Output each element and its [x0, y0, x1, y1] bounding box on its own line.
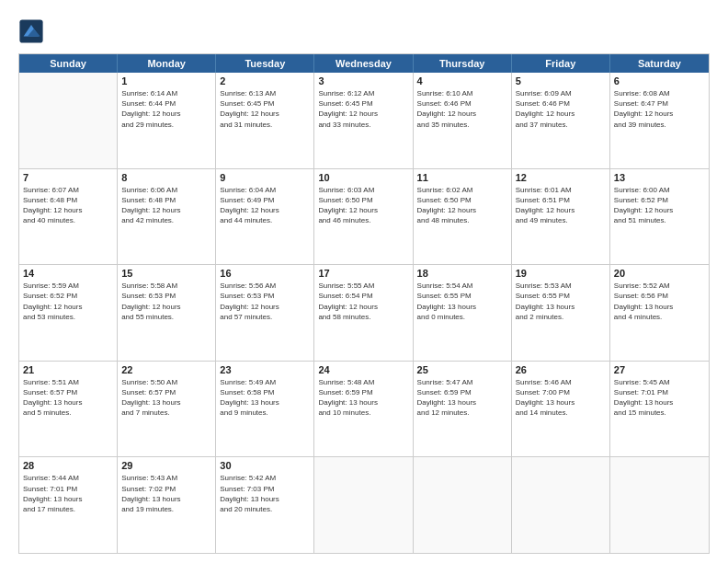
day-info: Sunrise: 5:43 AM Sunset: 7:02 PM Dayligh… [121, 473, 211, 514]
day-number: 9 [220, 172, 310, 183]
day-number: 20 [614, 268, 705, 279]
day-number: 13 [614, 172, 705, 183]
weekday-header: Monday [118, 54, 216, 73]
calendar-cell: 14Sunrise: 5:59 AM Sunset: 6:52 PM Dayli… [19, 265, 118, 361]
calendar-cell [610, 457, 709, 553]
calendar-cell: 3Sunrise: 6:12 AM Sunset: 6:45 PM Daylig… [314, 73, 413, 168]
day-info: Sunrise: 6:12 AM Sunset: 6:45 PM Dayligh… [318, 88, 408, 130]
day-number: 22 [121, 364, 211, 375]
day-info: Sunrise: 5:59 AM Sunset: 6:52 PM Dayligh… [23, 281, 113, 322]
day-number: 18 [417, 268, 507, 279]
day-number: 7 [23, 172, 113, 183]
day-number: 16 [220, 268, 310, 279]
calendar-week-row: 14Sunrise: 5:59 AM Sunset: 6:52 PM Dayli… [19, 264, 709, 361]
day-info: Sunrise: 6:02 AM Sunset: 6:50 PM Dayligh… [417, 185, 507, 226]
calendar-cell: 15Sunrise: 5:58 AM Sunset: 6:53 PM Dayli… [118, 265, 216, 361]
calendar-cell: 6Sunrise: 6:08 AM Sunset: 6:47 PM Daylig… [610, 73, 709, 168]
day-info: Sunrise: 5:55 AM Sunset: 6:54 PM Dayligh… [318, 281, 408, 322]
day-info: Sunrise: 6:04 AM Sunset: 6:49 PM Dayligh… [220, 185, 310, 226]
day-number: 30 [220, 460, 310, 471]
day-info: Sunrise: 5:46 AM Sunset: 7:00 PM Dayligh… [516, 377, 606, 419]
calendar-cell: 10Sunrise: 6:03 AM Sunset: 6:50 PM Dayli… [314, 169, 413, 265]
calendar-cell: 18Sunrise: 5:54 AM Sunset: 6:55 PM Dayli… [414, 265, 512, 361]
calendar-cell: 20Sunrise: 5:52 AM Sunset: 6:56 PM Dayli… [610, 265, 709, 361]
calendar-cell [19, 73, 118, 168]
calendar-cell: 2Sunrise: 6:13 AM Sunset: 6:45 PM Daylig… [216, 73, 314, 168]
calendar-cell: 11Sunrise: 6:02 AM Sunset: 6:50 PM Dayli… [414, 169, 512, 265]
day-number: 27 [614, 364, 705, 375]
day-info: Sunrise: 6:01 AM Sunset: 6:51 PM Dayligh… [516, 185, 606, 226]
calendar-body: 1Sunrise: 6:14 AM Sunset: 6:44 PM Daylig… [19, 73, 709, 553]
day-info: Sunrise: 6:03 AM Sunset: 6:50 PM Dayligh… [318, 185, 408, 226]
day-info: Sunrise: 6:08 AM Sunset: 6:47 PM Dayligh… [614, 88, 705, 130]
day-info: Sunrise: 6:10 AM Sunset: 6:46 PM Dayligh… [417, 88, 507, 130]
day-info: Sunrise: 6:06 AM Sunset: 6:48 PM Dayligh… [121, 185, 211, 226]
weekday-header: Sunday [19, 54, 118, 73]
day-info: Sunrise: 5:56 AM Sunset: 6:53 PM Dayligh… [220, 281, 310, 322]
day-info: Sunrise: 5:45 AM Sunset: 7:01 PM Dayligh… [614, 377, 705, 419]
calendar-cell [314, 457, 413, 553]
header [18, 18, 710, 44]
day-number: 12 [516, 172, 606, 183]
calendar-cell: 22Sunrise: 5:50 AM Sunset: 6:57 PM Dayli… [118, 362, 216, 457]
day-info: Sunrise: 6:07 AM Sunset: 6:48 PM Dayligh… [23, 185, 113, 226]
day-info: Sunrise: 5:54 AM Sunset: 6:55 PM Dayligh… [417, 281, 507, 322]
calendar-week-row: 28Sunrise: 5:44 AM Sunset: 7:01 PM Dayli… [19, 456, 709, 553]
calendar-cell: 24Sunrise: 5:48 AM Sunset: 6:59 PM Dayli… [314, 362, 413, 457]
day-number: 4 [417, 75, 507, 86]
day-info: Sunrise: 5:53 AM Sunset: 6:55 PM Dayligh… [516, 281, 606, 322]
calendar-cell: 21Sunrise: 5:51 AM Sunset: 6:57 PM Dayli… [19, 362, 118, 457]
day-number: 19 [516, 268, 606, 279]
logo-icon [18, 18, 44, 44]
day-number: 24 [318, 364, 408, 375]
calendar-cell: 9Sunrise: 6:04 AM Sunset: 6:49 PM Daylig… [216, 169, 314, 265]
day-info: Sunrise: 5:58 AM Sunset: 6:53 PM Dayligh… [121, 281, 211, 322]
calendar-cell: 12Sunrise: 6:01 AM Sunset: 6:51 PM Dayli… [512, 169, 610, 265]
calendar-cell: 25Sunrise: 5:47 AM Sunset: 6:59 PM Dayli… [414, 362, 512, 457]
day-number: 5 [516, 75, 606, 86]
day-number: 2 [220, 75, 310, 86]
page: SundayMondayTuesdayWednesdayThursdayFrid… [0, 0, 728, 563]
day-number: 17 [318, 268, 408, 279]
day-info: Sunrise: 5:52 AM Sunset: 6:56 PM Dayligh… [614, 281, 705, 322]
calendar-cell: 28Sunrise: 5:44 AM Sunset: 7:01 PM Dayli… [19, 457, 118, 553]
day-number: 29 [121, 460, 211, 471]
calendar-week-row: 1Sunrise: 6:14 AM Sunset: 6:44 PM Daylig… [19, 73, 709, 168]
calendar-header-row: SundayMondayTuesdayWednesdayThursdayFrid… [19, 54, 709, 73]
day-info: Sunrise: 5:48 AM Sunset: 6:59 PM Dayligh… [318, 377, 408, 419]
weekday-header: Wednesday [314, 54, 413, 73]
calendar-cell: 1Sunrise: 6:14 AM Sunset: 6:44 PM Daylig… [118, 73, 216, 168]
calendar-cell [512, 457, 610, 553]
calendar-cell: 5Sunrise: 6:09 AM Sunset: 6:46 PM Daylig… [512, 73, 610, 168]
day-number: 10 [318, 172, 408, 183]
day-info: Sunrise: 6:09 AM Sunset: 6:46 PM Dayligh… [516, 88, 606, 130]
day-number: 21 [23, 364, 113, 375]
logo [18, 18, 48, 44]
calendar-cell: 19Sunrise: 5:53 AM Sunset: 6:55 PM Dayli… [512, 265, 610, 361]
day-info: Sunrise: 5:50 AM Sunset: 6:57 PM Dayligh… [121, 377, 211, 419]
weekday-header: Tuesday [216, 54, 314, 73]
weekday-header: Friday [512, 54, 610, 73]
day-number: 8 [121, 172, 211, 183]
calendar-cell: 17Sunrise: 5:55 AM Sunset: 6:54 PM Dayli… [314, 265, 413, 361]
weekday-header: Thursday [414, 54, 512, 73]
day-number: 11 [417, 172, 507, 183]
calendar: SundayMondayTuesdayWednesdayThursdayFrid… [18, 53, 710, 554]
weekday-header: Saturday [610, 54, 709, 73]
calendar-cell: 7Sunrise: 6:07 AM Sunset: 6:48 PM Daylig… [19, 169, 118, 265]
calendar-cell: 26Sunrise: 5:46 AM Sunset: 7:00 PM Dayli… [512, 362, 610, 457]
calendar-week-row: 21Sunrise: 5:51 AM Sunset: 6:57 PM Dayli… [19, 361, 709, 457]
day-number: 25 [417, 364, 507, 375]
calendar-cell: 16Sunrise: 5:56 AM Sunset: 6:53 PM Dayli… [216, 265, 314, 361]
calendar-cell [414, 457, 512, 553]
day-number: 15 [121, 268, 211, 279]
day-number: 23 [220, 364, 310, 375]
calendar-cell: 29Sunrise: 5:43 AM Sunset: 7:02 PM Dayli… [118, 457, 216, 553]
day-info: Sunrise: 6:13 AM Sunset: 6:45 PM Dayligh… [220, 88, 310, 130]
day-info: Sunrise: 6:00 AM Sunset: 6:52 PM Dayligh… [614, 185, 705, 226]
calendar-cell: 30Sunrise: 5:42 AM Sunset: 7:03 PM Dayli… [216, 457, 314, 553]
day-info: Sunrise: 5:49 AM Sunset: 6:58 PM Dayligh… [220, 377, 310, 419]
day-info: Sunrise: 5:44 AM Sunset: 7:01 PM Dayligh… [23, 473, 113, 514]
day-info: Sunrise: 5:42 AM Sunset: 7:03 PM Dayligh… [220, 473, 310, 514]
day-number: 14 [23, 268, 113, 279]
